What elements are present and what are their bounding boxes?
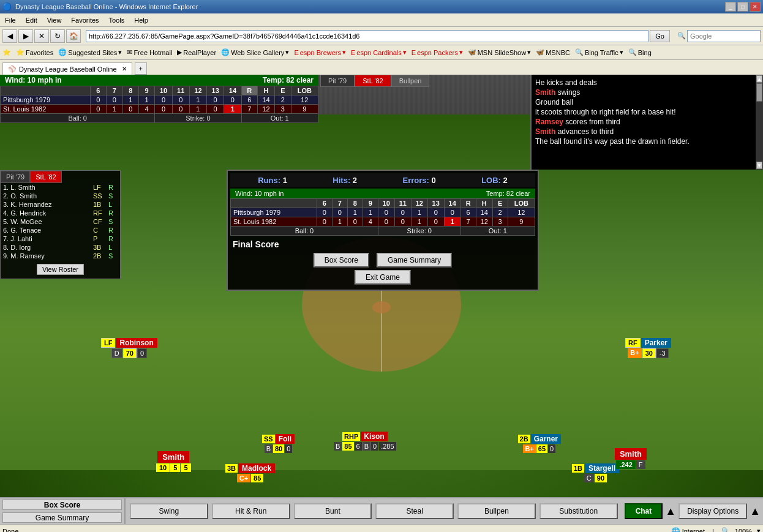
- menu-edit[interactable]: Edit: [21, 15, 42, 25]
- bullpen-tab[interactable]: Bullpen: [391, 75, 430, 87]
- home-button[interactable]: 🏠: [66, 29, 81, 43]
- inner-out: Out: 1: [460, 227, 535, 236]
- forward-button[interactable]: ▶: [18, 29, 33, 43]
- roster-item-8[interactable]: 8. D. Iorg 3B L: [1, 243, 120, 252]
- menu-favorites[interactable]: Favorites: [66, 15, 103, 25]
- fav-hotmail[interactable]: ✉Free Hotmail: [127, 48, 172, 56]
- inner-h: H: [476, 199, 492, 208]
- inning-8: 8: [122, 86, 138, 96]
- swing-button[interactable]: Swing: [130, 503, 208, 519]
- exit-game-button[interactable]: Exit Game: [355, 270, 411, 285]
- address-bar[interactable]: [86, 30, 648, 42]
- menu-help[interactable]: Help: [129, 15, 153, 25]
- chat-expand-icon[interactable]: ▲: [665, 505, 676, 518]
- fav-espn-cardinals[interactable]: Eespn Cardinals ▾: [351, 48, 407, 56]
- roster-pit-tab[interactable]: Pit '79: [1, 171, 30, 183]
- menu-view[interactable]: View: [42, 15, 67, 25]
- zoom-level: 100%: [735, 528, 752, 533]
- fav-bing[interactable]: 🔍Bing Traffic ▾: [575, 48, 623, 56]
- refresh-button[interactable]: ↻: [50, 29, 65, 43]
- roster-item-4[interactable]: 4. G. Hendrick RF R: [1, 209, 120, 217]
- chat-button[interactable]: Chat: [625, 503, 663, 519]
- search-input[interactable]: [687, 30, 761, 42]
- fav-espn-brewers[interactable]: Eespn Brewers ▾: [294, 48, 346, 56]
- stl-r: 7: [241, 105, 257, 114]
- roster-stl-tab[interactable]: StL '82: [30, 171, 62, 183]
- close-button[interactable]: ✕: [750, 2, 761, 12]
- display-options-expand-icon[interactable]: ▲: [750, 505, 761, 518]
- pit-7: 0: [107, 96, 122, 105]
- stl-team-name: St. Louis 1982: [1, 105, 91, 114]
- display-options-button[interactable]: Display Options: [678, 503, 747, 519]
- batter-10: 10: [156, 463, 170, 472]
- stl-14-highlight: 1: [224, 105, 241, 114]
- third-player: 3B Madlock C+ 85: [225, 463, 275, 482]
- stl-row: St. Louis 1982 0 1 0 4 0 0 1 0 1 7 12 3 …: [1, 105, 318, 114]
- fav-espn-packers[interactable]: Eespn Packers ▾: [412, 48, 463, 56]
- fav-realplayer[interactable]: ▶RealPlayer: [177, 48, 216, 56]
- fav-bing2[interactable]: 🔍Bing: [628, 48, 652, 56]
- browser-tab-main[interactable]: ⚾ Dynasty League Baseball Online ✕: [2, 62, 132, 75]
- bottom-game-summary-button[interactable]: Game Summary: [2, 512, 122, 523]
- roster-item-6[interactable]: 6. G. Tenace C R: [1, 226, 120, 234]
- pit-8: 1: [122, 96, 138, 105]
- lf-stat-d: D: [111, 348, 122, 358]
- fav-suggested[interactable]: 🌐Suggested Sites ▾: [58, 48, 122, 56]
- bunt-button[interactable]: Bunt: [294, 503, 372, 519]
- 1b-pos-label: 1B: [572, 464, 584, 473]
- bottom-box-score-button[interactable]: Box Score: [2, 500, 122, 510]
- menu-file[interactable]: File: [0, 15, 21, 25]
- action-buttons: Swing Hit & Run Bunt Steal Bullpen Subst…: [126, 498, 622, 524]
- hit-run-button[interactable]: Hit & Run: [212, 503, 290, 519]
- back-button[interactable]: ◀: [2, 29, 17, 43]
- minimize-button[interactable]: _: [725, 2, 736, 12]
- scroll-thumb[interactable]: [756, 83, 762, 102]
- game-summary-button[interactable]: Game Summary: [377, 253, 452, 268]
- inner-e: E: [492, 199, 508, 208]
- fav-favorites[interactable]: ⭐Favorites: [16, 48, 53, 56]
- commentary-line-2: Smith swings: [535, 88, 759, 97]
- top-scoreboard: Wind: 10 mph in Temp: 82 clear 6 7 8 9 1…: [0, 75, 318, 123]
- box-score-button[interactable]: Box Score: [314, 253, 369, 268]
- fav-msnbc[interactable]: 🦋MSNBC: [536, 48, 570, 56]
- game-panel: Runs: 1 Hits: 2 Errors: 0 LOB: 2 Wind: 1…: [227, 170, 539, 291]
- stl-tab[interactable]: StL '82: [355, 75, 391, 87]
- fav-msn[interactable]: 🦋MSN SlideShow ▾: [468, 48, 531, 56]
- status-done: Done: [2, 528, 18, 533]
- lf-pos-label: LF: [101, 338, 115, 348]
- inner-bso-row: Ball: 0 Strike: 0 Out: 1: [231, 227, 535, 236]
- substitution-button[interactable]: Substitution: [539, 503, 618, 519]
- roster-item-9[interactable]: 9. M. Ramsey 2B S: [1, 252, 120, 260]
- menu-tools[interactable]: Tools: [104, 15, 130, 25]
- view-roster-button[interactable]: View Roster: [37, 264, 84, 275]
- scroll-up-btn[interactable]: ▲: [756, 75, 762, 83]
- fav-webslice[interactable]: 🌐Web Slice Gallery ▾: [221, 48, 289, 56]
- exit-row: Exit Game: [233, 270, 533, 285]
- lf-stat-0: 0: [137, 348, 147, 358]
- go-button[interactable]: Go: [650, 30, 670, 42]
- commentary-scrollbar[interactable]: ▲ ▼: [756, 75, 763, 170]
- inner-pit-row: Pittsburgh 1979 001 100 100 614212: [231, 208, 535, 217]
- steal-button[interactable]: Steal: [375, 503, 454, 519]
- right-buttons: Chat ▲ Display Options ▲: [622, 498, 763, 524]
- internet-zone: 🌐 Internet: [671, 527, 705, 533]
- view-roster-container: View Roster: [1, 260, 120, 279]
- inner-temp: Temp: 82 clear: [486, 190, 530, 197]
- maximize-button[interactable]: □: [737, 2, 748, 12]
- roster-item-5[interactable]: 5. W. McGee CF S: [1, 217, 120, 226]
- ss-stat-0: 0: [285, 444, 292, 453]
- roster-tabs: Pit '79 StL '82: [1, 171, 120, 183]
- scroll-down-btn[interactable]: ▼: [756, 162, 762, 169]
- 1b-90: 90: [595, 474, 607, 482]
- roster-item-7[interactable]: 7. J. Lahti P R: [1, 234, 120, 243]
- pit-tab[interactable]: Pit '79: [320, 75, 355, 87]
- new-tab-button[interactable]: +: [135, 62, 147, 75]
- stop-button[interactable]: ✕: [34, 29, 49, 43]
- roster-item-3[interactable]: 3. K. Hernandez 1B L: [1, 200, 120, 209]
- zoom-dropdown[interactable]: ▾: [757, 527, 761, 532]
- tab-close[interactable]: ✕: [122, 66, 127, 72]
- roster-item-2[interactable]: 2. O. Smith SS S: [1, 192, 120, 200]
- 2b-pos-label: 2B: [518, 435, 530, 443]
- bullpen-button[interactable]: Bullpen: [457, 503, 536, 519]
- roster-item-1[interactable]: 1. L. Smith LF R: [1, 183, 120, 192]
